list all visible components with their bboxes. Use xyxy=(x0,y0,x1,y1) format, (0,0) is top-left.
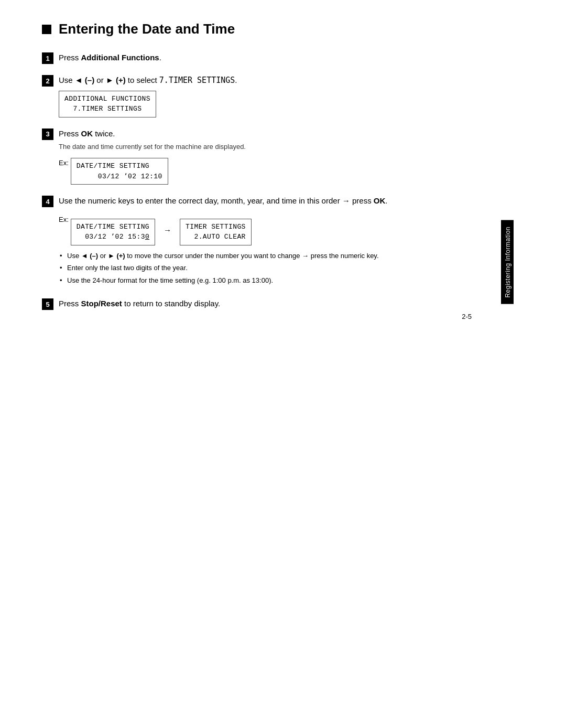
step-number-2: 2 xyxy=(42,75,53,87)
step-4-bullets: Use ◄ (–) or ► (+) to move the cursor un… xyxy=(60,251,472,286)
step-1-text: Press Additional Functions. xyxy=(59,52,472,64)
step-3-subdesc: The date and time currently set for the … xyxy=(59,143,472,151)
step-3: 3 Press OK twice. The date and time curr… xyxy=(42,128,472,185)
step-2-minus: (–) xyxy=(85,76,94,84)
step-4-lcd1-line2: 03/12 ʼ02 15:30 xyxy=(77,232,149,242)
step-number-3: 3 xyxy=(42,129,53,140)
step-2-code: 7.TIMER SETTINGS xyxy=(159,76,235,85)
step-3-text: Press OK twice. xyxy=(59,128,472,140)
step-3-ex-row: Ex: DATE/TIME SETTING 03/12 ʼ02 12:10 xyxy=(59,154,472,185)
step-4-bullet-2: Enter only the last two digits of the ye… xyxy=(60,263,472,273)
step-2-lcd: ADDITIONAL FUNCTIONS 7.TIMER SETTINGS xyxy=(59,91,156,117)
step-4-bullet-1: Use ◄ (–) or ► (+) to move the cursor un… xyxy=(60,251,472,261)
step-4-content: Use the numeric keys to enter the correc… xyxy=(59,195,472,287)
step-4-ex-label: Ex: xyxy=(59,216,69,223)
step-3-lcd: DATE/TIME SETTING 03/12 ʼ02 12:10 xyxy=(71,158,168,185)
page-title: Entering the Date and Time xyxy=(42,21,472,37)
step-5-stopreset: Stop/Reset xyxy=(81,299,122,308)
step-3-lcd-line1: DATE/TIME SETTING xyxy=(77,161,162,172)
step-4-text: Use the numeric keys to enter the correc… xyxy=(59,195,472,207)
title-text: Entering the Date and Time xyxy=(59,21,235,37)
step-4-lcd1: DATE/TIME SETTING 03/12 ʼ02 15:30 xyxy=(71,219,155,245)
step-5-text: Press Stop/Reset to return to standby di… xyxy=(59,298,472,310)
step-4-bullet-3: Use the 24-hour format for the time sett… xyxy=(60,275,472,286)
side-tab: Registering Information xyxy=(501,220,514,304)
step-2-plus: (+) xyxy=(116,76,126,84)
step-4-lcd1-line1: DATE/TIME SETTING xyxy=(77,222,149,232)
step-2-lcd-line2: 7.TIMER SETTINGS xyxy=(64,104,150,114)
step-4-underline-char: 0 xyxy=(145,233,149,241)
step-2: 2 Use ◄ (–) or ► (+) to select 7.TIMER S… xyxy=(42,74,472,117)
side-tab-label: Registering Information xyxy=(504,227,511,298)
step-4-arrow: → xyxy=(164,226,171,234)
step-4-lcd2: TIMER SETTINGS 2.AUTO CLEAR xyxy=(180,219,252,245)
step-4-lcd2-line2: 2.AUTO CLEAR xyxy=(186,232,246,242)
step-3-content: Press OK twice. The date and time curren… xyxy=(59,128,472,185)
step-2-text: Use ◄ (–) or ► (+) to select 7.TIMER SET… xyxy=(59,74,472,87)
step-number-4: 4 xyxy=(42,196,53,207)
step-4: 4 Use the numeric keys to enter the corr… xyxy=(42,195,472,287)
step-number-5: 5 xyxy=(42,298,53,310)
step-4-ex-row: Ex: DATE/TIME SETTING 03/12 ʼ02 15:30 → … xyxy=(59,210,472,245)
step-1: 1 Press Additional Functions. xyxy=(42,52,472,64)
page-number-text: 2-5 xyxy=(462,313,472,320)
step-4-lcd2-line1: TIMER SETTINGS xyxy=(186,222,246,232)
step-2-lcd-line1: ADDITIONAL FUNCTIONS xyxy=(64,94,150,104)
step-5-content: Press Stop/Reset to return to standby di… xyxy=(59,298,472,310)
step-5: 5 Press Stop/Reset to return to standby … xyxy=(42,298,472,310)
page-number: 2-5 xyxy=(462,313,472,320)
step-4-ok: OK xyxy=(374,196,386,205)
step-1-bold: Additional Functions xyxy=(81,53,159,62)
step-3-ok: OK xyxy=(81,129,93,138)
step-1-content: Press Additional Functions. xyxy=(59,52,472,64)
step-3-lcd-line2: 03/12 ʼ02 12:10 xyxy=(77,172,162,182)
step-2-content: Use ◄ (–) or ► (+) to select 7.TIMER SET… xyxy=(59,74,472,117)
step-3-ex-label: Ex: xyxy=(59,159,69,167)
step-number-1: 1 xyxy=(42,52,53,64)
title-square-icon xyxy=(42,25,51,34)
